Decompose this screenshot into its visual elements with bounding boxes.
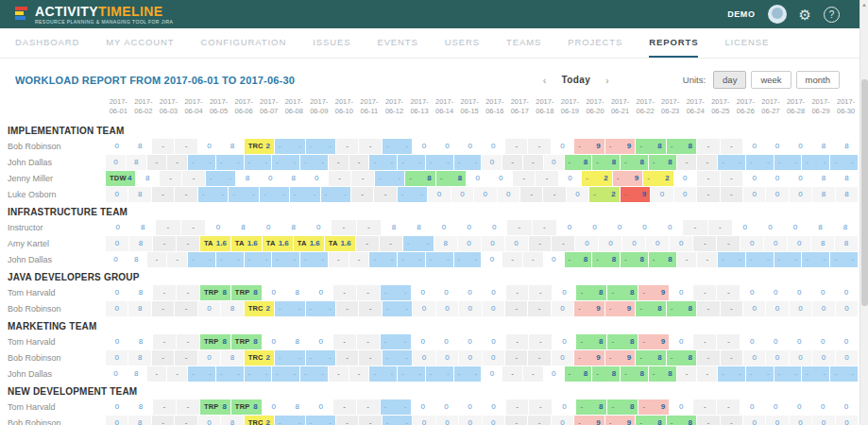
workload-cell: - (543, 187, 565, 202)
workload-cell: 0 (413, 350, 434, 366)
workload-cell: 0 (482, 155, 502, 170)
nav-item-issues[interactable]: ISSUES (313, 28, 350, 58)
workload-cell: 0 (812, 416, 834, 425)
nav-item-projects[interactable]: PROJECTS (568, 28, 622, 58)
workload-cell: 0 (790, 187, 811, 202)
workload-cell: 0 (106, 252, 126, 267)
scrollbar-thumb[interactable] (861, 79, 868, 306)
workload-cell: - (717, 334, 740, 349)
workload-grid: 2017-06-012017-06-022017-06-032017-06-04… (0, 94, 868, 425)
workload-cell: - (167, 252, 187, 267)
workload-cell: - (520, 187, 542, 202)
workload-cell: 0 (106, 220, 130, 235)
member-row: Bob Robinson08--08TRC2--------0000--0-9-… (0, 350, 859, 366)
workload-cell: 8 (221, 139, 243, 154)
workload-cell: 8 (128, 350, 150, 366)
app-logo[interactable]: ACTIVITYTIMELINE RESOURCE PLANNING & MAN… (15, 5, 173, 25)
workload-cell: - (693, 334, 716, 349)
workload-cell: 8 (833, 220, 858, 235)
workload-cell: 0 (758, 220, 783, 235)
unit-button-week[interactable]: week (751, 71, 791, 89)
workload-cell: 0 (483, 139, 504, 154)
workload-cell: -- (245, 252, 272, 267)
workload-cell: -- (369, 155, 397, 170)
workload-cell: 0 (458, 236, 481, 251)
workload-cell: - (677, 252, 697, 267)
app-header: ACTIVITYTIMELINE RESOURCE PLANNING & MAN… (0, 0, 868, 28)
prev-period-button[interactable]: ‹ (543, 75, 547, 86)
member-name: Tom Harvald (0, 285, 106, 300)
workload-cell: - (152, 350, 174, 366)
date-column-header: 2017-06-14 (432, 94, 457, 122)
workload-cell: - (152, 301, 174, 316)
workload-cell: 0 (743, 301, 765, 316)
date-column-header: 2017-06-11 (357, 94, 383, 122)
workload-cell: - (677, 155, 697, 170)
workload-cell: 0 (674, 187, 696, 202)
workload-cell: 0 (106, 236, 128, 251)
unit-button-day[interactable]: day (713, 71, 746, 89)
team-header: IMPLEMENTATION TEAM (0, 122, 859, 139)
workload-cell: 0 (836, 301, 858, 316)
member-name: Tom Harvald (0, 334, 106, 349)
workload-cell: -- (272, 366, 299, 382)
nav-item-reports[interactable]: REPORTS (649, 28, 698, 58)
workload-cell: - (697, 139, 719, 154)
nav-item-dashboard[interactable]: DASHBOARD (15, 28, 79, 58)
team-header: NEW DEVELOPMENT TEAM (0, 382, 859, 400)
workload-cell: 0 (106, 155, 126, 170)
nav-item-events[interactable]: EVENTS (377, 28, 417, 58)
vertical-scrollbar[interactable]: ▲ (859, 0, 868, 425)
workload-cell: 0 (459, 416, 481, 425)
workload-cell: - (505, 416, 527, 425)
workload-cell: - (333, 334, 356, 349)
workload-cell: - (329, 171, 350, 186)
workload-cell: - (351, 171, 373, 186)
workload-cell: -- (426, 252, 453, 267)
workload-cell: 8 (129, 236, 152, 251)
workload-cell: 0 (567, 187, 588, 202)
workload-cell: 0 (260, 171, 281, 186)
nav-item-users[interactable]: USERS (445, 28, 480, 58)
nav-item-teams[interactable]: TEAMS (506, 28, 541, 58)
unit-button-month[interactable]: month (796, 71, 840, 89)
workload-cell: 0 (670, 334, 692, 349)
date-column-header: 2017-06-24 (683, 94, 708, 122)
today-button[interactable]: Today (561, 75, 590, 85)
workload-cell: -- (383, 301, 412, 316)
workload-cell: - (336, 350, 358, 366)
date-column-header: 2017-06-26 (733, 94, 758, 122)
workload-cell: -- (774, 155, 802, 170)
workload-cell: 0 (651, 187, 672, 202)
workload-cell: 0 (483, 301, 504, 316)
nav-item-license[interactable]: LICENSE (724, 28, 769, 58)
help-icon[interactable]: ? (824, 7, 840, 23)
workload-cell: - (359, 416, 381, 425)
workload-cell: -9 (605, 301, 635, 316)
workload-cell: -- (260, 187, 289, 202)
scrollbar-up-arrow[interactable]: ▲ (860, 0, 868, 9)
workload-cell: -- (746, 155, 774, 170)
report-toolbar: WORKLOAD REPORT FROM 2017-06-01 TO 2017-… (0, 59, 868, 94)
next-period-button[interactable]: › (605, 75, 609, 86)
workload-cell: 0 (413, 301, 434, 316)
workload-cell: - (717, 236, 740, 251)
workload-cell: - (175, 139, 196, 154)
nav-item-configuration[interactable]: CONFIGURATION (200, 28, 286, 58)
workload-cell: - (333, 285, 356, 300)
user-avatar[interactable] (768, 5, 787, 24)
workload-cell: TRP8 (200, 400, 230, 415)
workload-cell: 0 (766, 416, 788, 425)
nav-item-my-account[interactable]: MY ACCOUNT (106, 28, 174, 58)
workload-cell: -9 (613, 171, 642, 186)
workload-cell: - (153, 334, 176, 349)
workload-cell: -8 (649, 252, 676, 267)
workload-cell: 0 (310, 285, 332, 300)
settings-gear-icon[interactable]: ⚙ (799, 8, 811, 22)
workload-cell: 0 (435, 400, 458, 415)
workload-cell: - (332, 220, 356, 235)
workload-cell: -- (198, 187, 228, 202)
workload-cell: TRC2 (245, 139, 274, 154)
workload-cell: 0 (106, 139, 128, 154)
member-row: Instructor08--08080--88000--00000--00088 (0, 220, 859, 236)
